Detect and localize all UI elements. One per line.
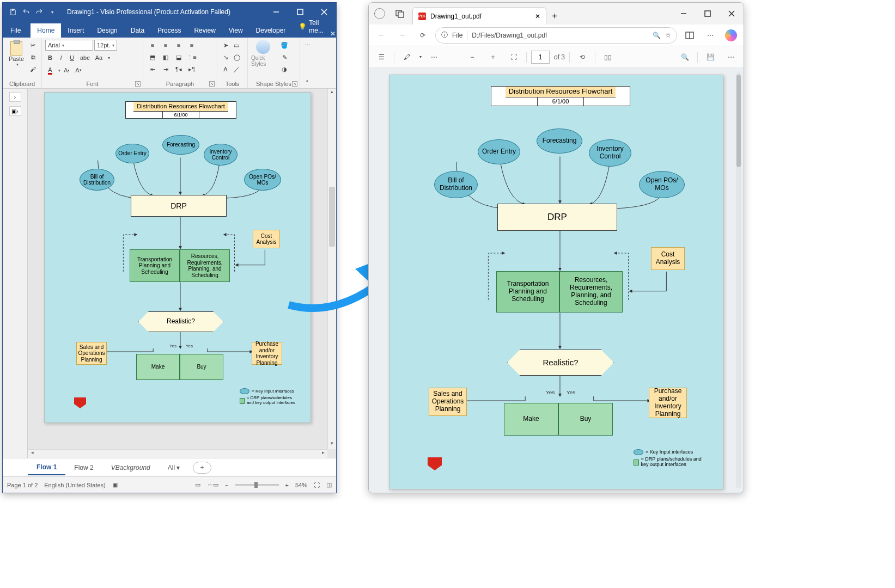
switch-windows-icon[interactable]: ◫	[326, 481, 332, 488]
rtl-button[interactable]: ¶◂	[173, 64, 185, 75]
node-inventory[interactable]: Inventory Control	[204, 144, 238, 166]
increase-indent-button[interactable]: ⇥	[160, 64, 172, 75]
tab-developer[interactable]: Developer	[249, 23, 293, 38]
underline-button[interactable]: U	[67, 52, 77, 63]
rotate-button[interactable]: ⟲	[574, 49, 590, 65]
node-order-entry[interactable]: Order Entry	[115, 144, 149, 163]
zoom-out-pdf-button[interactable]: −	[464, 49, 480, 65]
rect-tool-button[interactable]: ▭	[232, 40, 241, 51]
node-tps[interactable]: Transportation Planning and Scheduling	[130, 249, 180, 282]
save-icon[interactable]	[8, 7, 18, 17]
align-left-button[interactable]: ≡	[147, 40, 159, 51]
shapes-tab-icon[interactable]: ▣›	[9, 106, 21, 116]
zoom-in-button[interactable]: +	[285, 482, 289, 488]
font-color-button[interactable]: A	[45, 65, 55, 76]
zoom-slider[interactable]	[235, 484, 279, 486]
shrink-font-button[interactable]: A▾	[73, 65, 83, 76]
node-realistic[interactable]: Realistic?	[138, 311, 223, 332]
offpage-icon[interactable]	[74, 397, 86, 408]
tab-insert[interactable]: Insert	[61, 23, 90, 38]
edge-minimize-button[interactable]	[672, 3, 696, 24]
pdf-viewport[interactable]: Yes Yes Distribution Resources Flowchart…	[369, 68, 744, 493]
pagetab-all[interactable]: All ▾	[159, 461, 189, 475]
node-drp[interactable]: DRP	[131, 195, 227, 217]
address-bar[interactable]: ⓘ File D:/Files/Drawing1_out.pdf 🔍 ☆	[435, 27, 677, 44]
zoom-indicator-icon[interactable]: 🔍	[653, 32, 661, 39]
edge-vertical-scrollbar[interactable]	[736, 72, 741, 488]
new-tab-button[interactable]: ＋	[546, 7, 563, 24]
tell-me[interactable]: 💡Tell me...	[292, 16, 330, 38]
fill-button[interactable]: 🪣	[278, 40, 290, 51]
change-case-button[interactable]: Aa	[93, 52, 105, 63]
split-screen-button[interactable]	[681, 27, 698, 44]
tab-data[interactable]: Data	[124, 23, 151, 38]
copilot-button[interactable]	[723, 27, 739, 44]
shapestyles-launcher[interactable]: ↘	[292, 81, 297, 87]
font-launcher[interactable]: ↘	[135, 81, 141, 87]
strike-button[interactable]: abc	[78, 52, 92, 63]
site-info-icon[interactable]: ⓘ	[441, 30, 448, 40]
node-buy[interactable]: Buy	[180, 354, 223, 380]
redo-icon[interactable]	[34, 7, 44, 17]
italic-button[interactable]: I	[56, 52, 66, 63]
find-button[interactable]: 🔍	[677, 49, 693, 65]
node-pip[interactable]: Purchase and/or Inventory Planning	[252, 342, 282, 365]
edge-maximize-button[interactable]	[696, 3, 720, 24]
node-bill[interactable]: Bill of Distribution	[80, 169, 114, 191]
tab-close-button[interactable]: ✕	[535, 13, 540, 20]
status-language[interactable]: English (United States)	[44, 482, 106, 488]
forward-button[interactable]: →	[394, 27, 410, 44]
line-tool-button[interactable]: ／	[232, 64, 242, 75]
workspaces-button[interactable]	[391, 3, 409, 24]
tab-design[interactable]: Design	[90, 23, 124, 38]
text-tool-button[interactable]: A	[221, 64, 230, 75]
favorite-button[interactable]: ☆	[665, 32, 671, 39]
zoom-out-button[interactable]: −	[225, 482, 228, 488]
pdf-page[interactable]: Yes Yes Distribution Resources Flowchart…	[389, 75, 723, 489]
contents-button[interactable]: ☰	[373, 49, 389, 65]
fit-page-icon[interactable]: ⛶	[314, 482, 320, 488]
tab-review[interactable]: Review	[187, 23, 222, 38]
tab-home[interactable]: Home	[31, 23, 61, 38]
bold-button[interactable]: B	[45, 52, 55, 63]
tab-file[interactable]: File	[3, 23, 28, 38]
fit-page-pdf-button[interactable]: ⛶	[506, 49, 522, 65]
pdf-more-button[interactable]: ⋯	[426, 49, 442, 65]
vertical-scrollbar[interactable]: ▴▾	[327, 89, 336, 449]
zoom-level[interactable]: 54%	[295, 482, 307, 488]
pointer-tool-button[interactable]: ➤	[221, 40, 230, 51]
drawing-page[interactable]: Yes Yes Distribution Resources Flowchart…	[44, 92, 311, 423]
macro-record-icon[interactable]: ▣	[112, 481, 118, 488]
page-view-button[interactable]: ▯▯	[600, 49, 616, 65]
settings-menu-button[interactable]: ⋯	[702, 27, 719, 44]
chevron-down-icon[interactable]: ▾	[419, 54, 422, 59]
fit-width-icon[interactable]: ↔▭	[207, 481, 218, 488]
pagetab-flow1[interactable]: Flow 1	[28, 460, 65, 475]
align-bottom-button[interactable]: ⬓	[173, 52, 185, 63]
node-rrps[interactable]: Resources, Requirements, Planning, and S…	[180, 249, 230, 282]
pdf-toolbar-more-button[interactable]: ⋯	[723, 49, 739, 65]
zoom-in-pdf-button[interactable]: +	[485, 49, 501, 65]
qat-customize-icon[interactable]: ▾	[47, 7, 57, 17]
node-make[interactable]: Make	[136, 354, 180, 380]
effects-button[interactable]: ◑	[278, 64, 290, 75]
align-middle-button[interactable]: ◧	[160, 52, 172, 63]
edge-close-button[interactable]	[720, 3, 744, 24]
pagetab-vbackground[interactable]: VBackground	[102, 461, 159, 475]
profile-button[interactable]	[369, 3, 391, 24]
undo-icon[interactable]	[21, 7, 31, 17]
node-forecasting[interactable]: Forecasting	[162, 135, 199, 155]
decrease-indent-button[interactable]: ⇤	[147, 64, 159, 75]
add-page-button[interactable]: ＋	[193, 462, 211, 474]
horizontal-scrollbar[interactable]: ◂▸	[28, 449, 327, 458]
quick-styles-button[interactable]: Quick Styles	[251, 40, 275, 68]
ribbon-overflow-button[interactable]: ⋯	[302, 40, 313, 51]
align-top-button[interactable]: ⬒	[147, 52, 159, 63]
node-sop[interactable]: Sales and Operations Planning	[76, 342, 107, 365]
save-pdf-button[interactable]: 💾	[702, 49, 719, 65]
grow-font-button[interactable]: A▴	[62, 65, 72, 76]
line-button[interactable]: ✎	[278, 52, 290, 63]
ribbon-close-button[interactable]: ✕	[330, 30, 336, 38]
node-pos[interactable]: Open POs/ MOs	[244, 169, 281, 191]
back-button[interactable]: ←	[373, 27, 389, 44]
